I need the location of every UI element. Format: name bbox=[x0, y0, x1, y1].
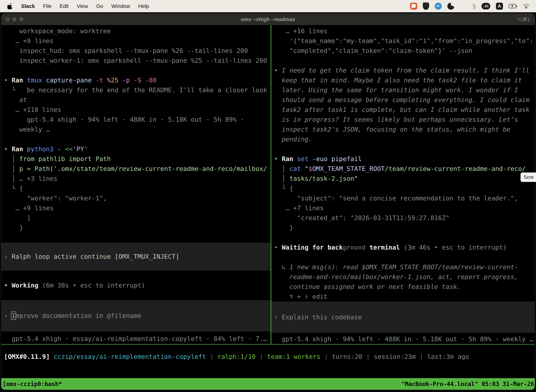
menu-item-file[interactable]: File bbox=[43, 3, 51, 9]
squiggle-icon[interactable]: § bbox=[473, 2, 476, 10]
terminal-line bbox=[271, 252, 535, 262]
terminal-line: … +110 lines bbox=[1, 105, 271, 115]
text-segment: • bbox=[274, 67, 282, 74]
minimize-button[interactable] bbox=[12, 17, 17, 21]
text-segment: %25 bbox=[107, 77, 122, 84]
terminal-line: workspace_mode: worktree bbox=[1, 26, 271, 36]
text-segment: › bbox=[4, 253, 12, 260]
ralph-loop-banner: › Ralph loop active continue [OMX_TMUX_I… bbox=[1, 243, 271, 271]
blue-badge-icon[interactable] bbox=[435, 3, 442, 10]
text-segment: } bbox=[4, 224, 23, 231]
text-segment: … +3 lines bbox=[19, 175, 57, 182]
text-segment: | bbox=[259, 353, 267, 360]
terminal-line: … +9 lines bbox=[1, 203, 271, 213]
text-segment: … +9 lines bbox=[4, 37, 54, 44]
terminal-line: is in progress? It seems likely but perh… bbox=[271, 115, 535, 125]
letter-a-icon[interactable]: A bbox=[496, 3, 503, 10]
text-segment: … +9 lines bbox=[4, 205, 54, 212]
menu-item-edit[interactable]: Edit bbox=[60, 3, 69, 9]
text-segment: later. Using the same for transition mig… bbox=[274, 86, 518, 93]
right-prompt-input[interactable]: › Explain this codebase bbox=[271, 312, 535, 322]
text-segment: Ran bbox=[12, 145, 27, 153]
text-segment: inspect_worker-1: omx sparkshell --tmux-… bbox=[4, 57, 267, 64]
text-segment: • bbox=[274, 155, 282, 163]
battery-icon[interactable] bbox=[509, 4, 517, 9]
count-badge-icon[interactable]: ..61 bbox=[482, 3, 490, 9]
terminal-line: │ … +3 lines bbox=[1, 174, 271, 183]
text-segment: p = Path('.omx/state/team/review-current… bbox=[19, 165, 267, 172]
terminal-line: │ p = Path('.omx/state/team/review-curre… bbox=[1, 164, 271, 174]
terminal-window: omx --xhigh --madmax ⌥⌘1 workspace_mode:… bbox=[1, 13, 535, 390]
text-segment: $ bbox=[308, 165, 312, 172]
left-terminal-pane[interactable]: workspace_mode: worktree … +9 lines insp… bbox=[1, 25, 271, 344]
text-segment: -S bbox=[134, 77, 145, 84]
tmux-session-label: [omx-cczip0:bash* bbox=[3, 381, 62, 387]
terminal-line: • Ran python3 - <<'PY' bbox=[1, 144, 271, 154]
terminal-line: … +7 lines bbox=[271, 203, 535, 213]
chat-app-icon[interactable] bbox=[410, 3, 417, 10]
menu-app-name[interactable]: Slack bbox=[21, 3, 35, 9]
menu-item-go[interactable]: Go bbox=[96, 3, 103, 9]
terminal-line: readme-and-reco/mailbox/worker-1.json, a… bbox=[271, 272, 535, 282]
text-segment: should send a message before completing … bbox=[274, 96, 530, 103]
terminal-line: task2 after task1 is complete, but can I… bbox=[271, 105, 535, 115]
terminal-line: • Ran tmux capture-pane -t %25 -p -S -80 bbox=[1, 75, 271, 85]
text-segment: │ bbox=[274, 165, 289, 172]
terminal-line: • Ran set -euo pipefail bbox=[271, 154, 535, 164]
terminal-line bbox=[271, 144, 535, 154]
text-segment: "completed","claim_token":"claim-token"}… bbox=[274, 47, 472, 54]
pane-divider-horizontal bbox=[1, 344, 535, 345]
terminal-line: keep that in mind. Maybe I also need the… bbox=[271, 75, 535, 85]
left-prompt-input[interactable]: › Improve documentation in @filename bbox=[1, 311, 271, 321]
terminal-line: ] bbox=[1, 213, 271, 223]
pie-chart-icon[interactable] bbox=[447, 3, 455, 10]
text-segment: inspect task2's JSON, focusing on the st… bbox=[274, 126, 511, 133]
menu-item-window[interactable]: Window bbox=[111, 3, 130, 9]
terminal-line: pending. bbox=[271, 134, 535, 144]
text-segment: ⌥ + ↑ edit bbox=[274, 293, 327, 300]
text-segment: │ bbox=[4, 175, 19, 182]
terminal-line: └ { bbox=[271, 183, 535, 193]
terminal-line bbox=[1, 65, 271, 75]
ralph-loop-line: › Ralph loop active continue [OMX_TMUX_I… bbox=[1, 252, 271, 261]
window-title-bar[interactable]: omx --xhigh --madmax ⌥⌘1 bbox=[1, 14, 535, 25]
terminal-line: "created_at": "2026-03-31T11:59:27.816Z" bbox=[271, 213, 535, 223]
text-segment: | bbox=[210, 353, 217, 360]
text-segment: │ bbox=[4, 155, 19, 163]
text-segment: inspect_hud: omx sparkshell --tmux-pane … bbox=[4, 47, 248, 54]
text-segment: "created_at": "2026-03-31T11:59:27.816Z" bbox=[274, 214, 450, 221]
text-segment: readme-and-reco/mailbox/worker-1.json, a… bbox=[274, 273, 518, 280]
wifi-icon[interactable] bbox=[523, 4, 530, 9]
zoom-button[interactable] bbox=[19, 17, 23, 21]
menu-item-help[interactable]: Help bbox=[138, 3, 149, 9]
working-status-line: • Working (6m 38s • esc to interrupt) bbox=[1, 280, 271, 290]
right-prompt-area[interactable]: › Explain this codebase bbox=[271, 302, 535, 333]
text-segment: • bbox=[4, 77, 12, 84]
text-segment: " bbox=[354, 175, 358, 182]
text-segment: cczip/essay/ai-reimplementation-copyleft bbox=[54, 353, 210, 360]
text-segment: └ { bbox=[274, 185, 293, 192]
terminal-line: │ from pathlib import Path bbox=[1, 154, 271, 164]
menu-bar-left: Slack File Edit View Go Window Help bbox=[0, 3, 149, 9]
text-segment: 1 new msg(s): read $OMX_TEAM_STATE_ROOT/… bbox=[289, 263, 518, 271]
right-pane-output: … +16 lines '{"team_name":"my-team","tas… bbox=[271, 26, 535, 302]
right-terminal-pane[interactable]: … +16 lines '{"team_name":"my-team","tas… bbox=[271, 25, 535, 344]
close-button[interactable] bbox=[5, 17, 10, 21]
terminal-line: "worker": "worker-1", bbox=[1, 193, 271, 203]
terminal-line: gpt-5.4 xhigh · 94% left · 488K in · 5.1… bbox=[1, 115, 271, 125]
omx-status-bar: [OMX#0.11.9] cczip/essay/ai-reimplementa… bbox=[1, 352, 535, 362]
left-prompt-area[interactable]: › Improve documentation in @filename bbox=[1, 300, 271, 331]
apple-menu-icon[interactable] bbox=[7, 3, 13, 9]
text-segment: ↳ bbox=[274, 263, 289, 271]
text-segment: • bbox=[274, 244, 282, 251]
terminal-line: weekly … bbox=[1, 125, 271, 134]
menu-item-view[interactable]: View bbox=[77, 3, 88, 9]
dots-grid-icon[interactable] bbox=[460, 3, 467, 9]
terminal-line bbox=[1, 134, 271, 144]
terminal-line: should send a message before completing … bbox=[271, 95, 535, 105]
text-segment: << bbox=[65, 145, 73, 153]
shield-grid-icon[interactable] bbox=[423, 2, 429, 10]
text-segment: weekly … bbox=[4, 126, 50, 133]
text-segment: cat bbox=[289, 165, 305, 172]
terminal-line: later. Using the same for transition mig… bbox=[271, 85, 535, 95]
